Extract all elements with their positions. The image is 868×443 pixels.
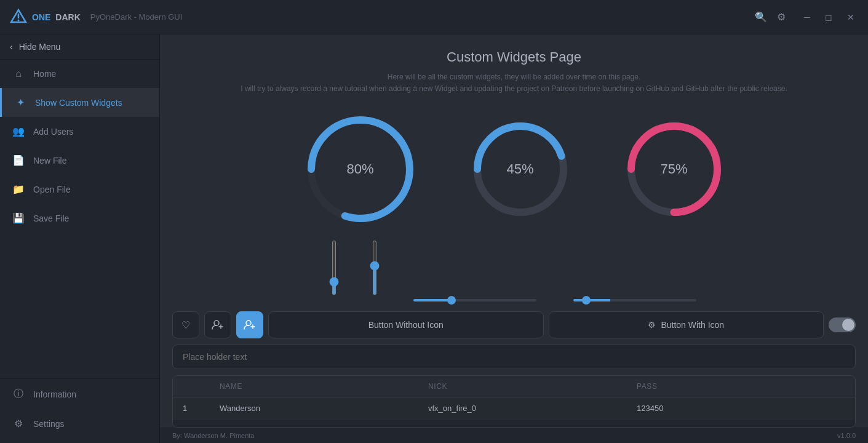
status-bar: By: Wanderson M. Pimenta v1.0.0 <box>160 428 868 443</box>
main-layout: ‹ Hide Menu ⌂ Home ✦ Show Custom Widgets… <box>0 34 868 443</box>
table-body[interactable]: 1 Wanderson vfx_on_fire_0 123450 2 <box>173 397 855 427</box>
row-2-nick <box>428 426 637 427</box>
hide-menu-button[interactable]: ‹ Hide Menu <box>0 34 159 60</box>
circular-progress-row: 80% 45% 75% <box>172 105 856 240</box>
svg-point-9 <box>214 321 219 325</box>
add-user-button-1[interactable] <box>204 311 231 338</box>
row-2-pass <box>637 426 845 427</box>
sidebar-bottom: ⓘ Information ⚙ Settings <box>0 378 159 443</box>
button-with-icon[interactable]: ⚙ Button With Icon <box>549 311 824 338</box>
sidebar-item-add-users-label: Add Users <box>33 127 73 137</box>
vertical-slider-2-container <box>373 240 376 301</box>
gauge-3: 75% <box>622 117 727 222</box>
table-row[interactable]: 2 <box>173 420 855 427</box>
custom-widgets-icon: ✦ <box>14 97 26 108</box>
open-file-icon: 📁 <box>12 183 25 195</box>
horizontal-slider-1[interactable] <box>413 299 536 301</box>
heart-button[interactable]: ♡ <box>172 311 199 338</box>
app-logo: ONEDARK PyOneDark - Modern GUI <box>10 9 182 26</box>
title-bar-controls: 🔍 ⚙ ─ ◻ ✕ <box>755 11 858 23</box>
add-user-icon-2 <box>244 320 256 330</box>
vertical-slider-1[interactable] <box>332 240 336 295</box>
sidebar-item-save-file-label: Save File <box>33 214 69 223</box>
vertical-slider-1-container <box>332 240 336 301</box>
sidebar-item-home[interactable]: ⌂ Home <box>0 60 159 88</box>
settings-icon[interactable]: ⚙ <box>777 11 786 23</box>
row-2-name <box>220 426 428 427</box>
table-col-name: NAME <box>220 382 428 391</box>
sidebar-item-new-file[interactable]: 📄 New File <box>0 146 159 175</box>
sidebar-item-information[interactable]: ⓘ Information <box>0 379 159 409</box>
sidebar-item-new-file-label: New File <box>33 156 66 166</box>
svg-point-12 <box>246 321 251 325</box>
button-with-icon-label: Button With Icon <box>661 320 724 330</box>
sidebar-item-add-users[interactable]: 👥 Add Users <box>0 117 159 146</box>
buttons-row: ♡ <box>172 311 856 345</box>
save-file-icon: 💾 <box>12 212 25 224</box>
svg-point-2 <box>18 19 20 21</box>
home-icon: ⌂ <box>12 68 25 79</box>
close-button[interactable]: ✕ <box>843 11 858 23</box>
button-without-icon-label: Button Without Icon <box>368 320 444 330</box>
horizontal-slider-2-container <box>573 299 696 301</box>
toggle-button[interactable] <box>829 317 856 332</box>
button-without-icon[interactable]: Button Without Icon <box>268 311 544 338</box>
placeholder-input[interactable] <box>172 345 856 369</box>
page-subtitle-1: Here will be all the custom widgets, the… <box>172 71 856 83</box>
sidebar-item-open-file-label: Open File <box>33 185 71 194</box>
row-1-name: Wanderson <box>220 404 428 413</box>
vertical-slider-2[interactable] <box>373 240 376 295</box>
gauge-2-label: 45% <box>506 161 533 177</box>
logo-icon <box>10 9 27 26</box>
sliders-row <box>172 240 856 311</box>
gear-icon: ⚙ <box>12 418 25 429</box>
title-bar: ONEDARK PyOneDark - Modern GUI 🔍 ⚙ ─ ◻ ✕ <box>0 0 868 34</box>
gauge-3-label: 75% <box>660 161 687 177</box>
gauge-1-label: 80% <box>346 161 373 177</box>
row-1-nick: vfx_on_fire_0 <box>428 404 637 413</box>
content-area: Custom Widgets Page Here will be all the… <box>160 34 868 443</box>
new-file-icon: 📄 <box>12 154 25 166</box>
data-table: NAME NICK PASS 1 Wanderson vfx_on_fire_0… <box>172 375 856 428</box>
information-icon: ⓘ <box>12 388 25 401</box>
sidebar-item-show-custom-widgets[interactable]: ✦ Show Custom Widgets <box>0 88 159 117</box>
app-name: PyOneDark - Modern GUI <box>90 12 183 22</box>
row-1-pass: 123450 <box>637 404 845 413</box>
maximize-button[interactable]: ◻ <box>821 11 836 23</box>
page-subtitle-2: I will try to always record a new tutori… <box>172 83 856 95</box>
sidebar: ‹ Hide Menu ⌂ Home ✦ Show Custom Widgets… <box>0 34 160 443</box>
table-col-nick: NICK <box>428 382 637 391</box>
sidebar-item-information-label: Information <box>33 389 76 399</box>
gauge-2: 45% <box>468 117 573 222</box>
logo-text-2: DARK <box>55 12 80 22</box>
table-header: NAME NICK PASS <box>173 376 855 397</box>
search-icon[interactable]: 🔍 <box>755 11 767 23</box>
table-col-pass: PASS <box>637 382 845 391</box>
page-header: Custom Widgets Page Here will be all the… <box>160 34 868 105</box>
sidebar-item-settings[interactable]: ⚙ Settings <box>0 409 159 438</box>
window-controls: ─ ◻ ✕ <box>800 11 858 23</box>
logo-text: ONE <box>32 12 50 22</box>
status-version: v1.0.0 <box>837 432 856 439</box>
minimize-button[interactable]: ─ <box>800 11 814 23</box>
status-author: By: Wanderson M. Pimenta <box>172 432 254 439</box>
horizontal-slider-1-container <box>413 299 536 301</box>
sidebar-item-settings-label: Settings <box>33 419 65 429</box>
chevron-left-icon: ‹ <box>10 42 13 52</box>
row-1-num: 1 <box>183 404 220 413</box>
sidebar-item-home-label: Home <box>33 69 56 79</box>
add-user-icon-1 <box>212 320 224 330</box>
input-row <box>172 345 856 375</box>
add-user-button-2[interactable] <box>236 311 263 338</box>
hide-menu-label: Hide Menu <box>19 42 61 52</box>
row-2-num: 2 <box>183 426 220 427</box>
table-col-num <box>183 382 220 391</box>
widgets-section: 80% 45% 75% <box>160 105 868 428</box>
gauge-1: 80% <box>302 111 419 228</box>
add-users-icon: 👥 <box>12 126 25 137</box>
table-row[interactable]: 1 Wanderson vfx_on_fire_0 123450 <box>173 397 855 420</box>
horizontal-slider-2[interactable] <box>573 299 696 301</box>
page-title: Custom Widgets Page <box>172 49 856 65</box>
sidebar-item-open-file[interactable]: 📁 Open File <box>0 175 159 204</box>
sidebar-item-save-file[interactable]: 💾 Save File <box>0 204 159 233</box>
